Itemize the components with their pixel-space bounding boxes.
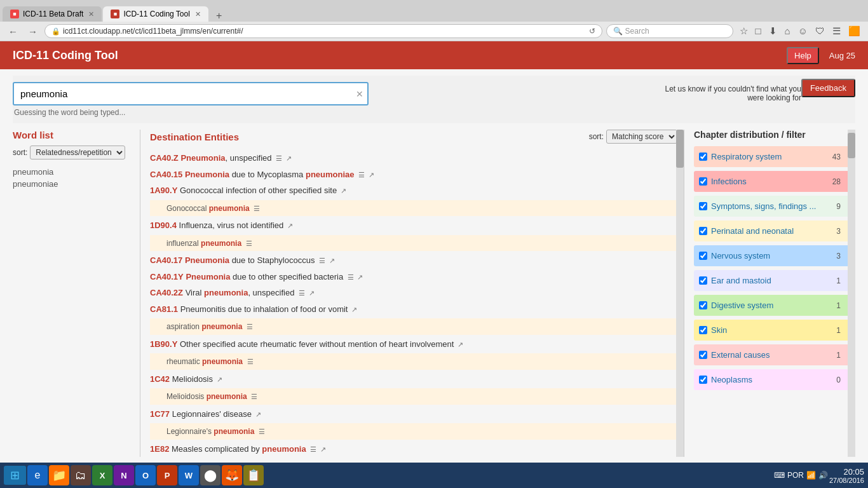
result-text[interactable]: Pneumonitis due to inhalation of food or… xyxy=(180,304,348,314)
chapter-checkbox-external[interactable] xyxy=(699,351,707,359)
list-icon[interactable]: ☰ xyxy=(251,393,257,400)
chapter-link-nervous[interactable]: Nervous system xyxy=(711,251,836,261)
chapter-checkbox-nervous[interactable] xyxy=(699,252,707,260)
external-link-icon[interactable]: ↗ xyxy=(287,222,293,229)
external-link-icon[interactable]: ↗ xyxy=(309,289,315,297)
chapter-checkbox-neoplasms[interactable] xyxy=(699,376,707,384)
result-code[interactable]: 1C77 xyxy=(150,409,170,419)
list-icon[interactable]: ☰ xyxy=(319,257,325,264)
word-item-pneumoniae[interactable]: pneumoniae xyxy=(13,178,133,190)
chapter-link-ear[interactable]: Ear and mastoid xyxy=(711,276,836,285)
external-link-icon[interactable]: ↗ xyxy=(351,306,357,313)
chapter-link-infections[interactable]: Infections xyxy=(711,177,832,186)
taskbar-folder-icon[interactable]: 🗂 xyxy=(71,465,91,481)
list-icon[interactable]: ☰ xyxy=(299,289,305,297)
taskbar-onenote-icon[interactable]: N xyxy=(114,465,134,481)
result-code[interactable]: 1A90.Y xyxy=(150,186,177,195)
result-text[interactable]: Pneumonia, unspecified xyxy=(180,153,271,163)
result-text[interactable]: Pneumonia due to Staphylococcus xyxy=(185,255,315,265)
external-link-icon[interactable]: ↗ xyxy=(341,187,346,194)
taskbar-outlook-icon[interactable]: O xyxy=(135,465,156,481)
search-input[interactable] xyxy=(13,82,369,105)
chapter-checkbox-ear[interactable] xyxy=(699,276,707,285)
download-icon[interactable]: ⬇ xyxy=(766,24,780,38)
list-icon[interactable]: ☰ xyxy=(348,273,354,281)
search-clear-button[interactable]: ✕ xyxy=(356,89,363,99)
chapter-scrollbar[interactable] xyxy=(848,130,855,457)
chapter-link-symptoms[interactable]: Symptoms, signs, findings ... xyxy=(711,201,836,211)
external-link-icon[interactable]: ↗ xyxy=(217,376,222,383)
result-code[interactable]: 1B90.Y xyxy=(150,339,177,349)
chapter-item-external[interactable]: External causes 1 xyxy=(699,348,850,362)
external-link-icon[interactable]: ↗ xyxy=(369,171,374,179)
chapter-link-perinatal[interactable]: Perinatal and neonatal xyxy=(711,226,836,236)
external-link-icon[interactable]: ↗ xyxy=(255,410,261,418)
external-link-icon[interactable]: ↗ xyxy=(329,257,335,264)
word-list-sort-select[interactable]: Relatedness/repetition Alphabetical xyxy=(30,146,125,159)
taskbar-fe-icon[interactable]: 📁 xyxy=(49,465,69,481)
taskbar-ppt-icon[interactable]: P xyxy=(157,465,177,481)
chapter-item-digestive[interactable]: Digestive system 1 xyxy=(699,299,850,312)
list-icon[interactable]: ☰ xyxy=(247,323,253,330)
result-code[interactable]: CA40.17 xyxy=(150,255,182,265)
result-text[interactable]: Gonococcal infection of other specified … xyxy=(180,186,337,195)
chapter-item-perinatal[interactable]: Perinatal and neonatal 3 xyxy=(699,224,850,238)
list-icon[interactable]: ☰ xyxy=(247,358,254,365)
chapter-item-respiratory[interactable]: Respiratory system 43 xyxy=(699,150,850,163)
taskbar-word-icon[interactable]: W xyxy=(179,465,199,481)
taskbar-chrome-icon[interactable]: ⬤ xyxy=(200,465,220,481)
help-button[interactable]: Help xyxy=(787,47,819,64)
taskbar-firefox-icon[interactable]: 🦊 xyxy=(222,465,242,481)
external-link-icon[interactable]: ↗ xyxy=(286,154,292,162)
chapter-checkbox-symptoms[interactable] xyxy=(699,202,707,210)
chapter-checkbox-infections[interactable] xyxy=(699,177,707,186)
result-code[interactable]: CA40.Z xyxy=(150,153,179,163)
refresh-icon[interactable]: ↺ xyxy=(589,27,595,36)
result-code[interactable]: 1D90.4 xyxy=(150,220,177,230)
scrollbar-thumb[interactable] xyxy=(676,130,684,168)
word-item-pneumonia[interactable]: pneumonia xyxy=(13,166,133,178)
face-icon[interactable]: ☺ xyxy=(796,24,810,38)
dest-sort-select[interactable]: Matching score Alphabetical Code xyxy=(606,130,677,144)
star-icon[interactable]: ☆ xyxy=(737,24,750,38)
result-text[interactable]: Pneumonia due to other specified bacteri… xyxy=(186,272,343,281)
list-icon[interactable]: ☰ xyxy=(254,205,260,212)
browser-tab-inactive[interactable]: ■ ICD-11 Beta Draft ✕ xyxy=(3,6,102,22)
external-link-icon[interactable]: ↗ xyxy=(458,341,463,348)
result-text[interactable]: Measles complicated by pneumonia xyxy=(172,444,306,454)
chapter-link-skin[interactable]: Skin xyxy=(711,325,836,335)
result-text[interactable]: Legionnaires' disease xyxy=(172,409,252,419)
start-button[interactable]: ⊞ xyxy=(4,466,26,481)
home-icon[interactable]: ⌂ xyxy=(782,24,793,38)
list-icon[interactable]: ☰ xyxy=(259,428,265,435)
bookmark-icon[interactable]: □ xyxy=(753,24,764,38)
result-code[interactable]: CA40.2Z xyxy=(150,288,183,297)
chapter-item-ear[interactable]: Ear and mastoid 1 xyxy=(699,274,850,287)
list-icon[interactable]: ☰ xyxy=(358,171,365,179)
tab-close-active[interactable]: ✕ xyxy=(195,10,201,18)
menu-icon[interactable]: ☰ xyxy=(830,24,843,38)
result-code[interactable]: CA40.15 xyxy=(150,170,182,179)
feedback-button[interactable]: Feedback xyxy=(801,79,855,97)
list-icon[interactable]: ☰ xyxy=(310,445,316,453)
result-text[interactable]: Melioidosis xyxy=(172,374,213,384)
result-text[interactable]: Pneumonia due to Mycoplasma pneumoniae xyxy=(185,170,355,179)
chapter-item-symptoms[interactable]: Symptoms, signs, findings ... 9 xyxy=(699,200,850,213)
new-tab-button[interactable]: + xyxy=(212,10,226,22)
result-code[interactable]: CA81.1 xyxy=(150,304,178,314)
back-button[interactable]: ← xyxy=(5,25,21,38)
external-link-icon[interactable]: ↗ xyxy=(357,273,363,281)
result-code[interactable]: 1C42 xyxy=(150,374,170,384)
result-code[interactable]: CA40.1Y xyxy=(150,272,184,281)
taskbar-excel-icon[interactable]: X xyxy=(92,465,112,481)
result-text[interactable]: Influenza, virus not identified xyxy=(179,220,284,230)
extension-icon[interactable]: 🟧 xyxy=(846,24,863,38)
tab-close-inactive[interactable]: ✕ xyxy=(88,10,94,18)
address-bar[interactable]: 🔒 icd11ct.cloudapp.net/ct/icd11beta_jlmm… xyxy=(44,24,602,38)
browser-tab-active[interactable]: ■ ICD-11 Coding Tool ✕ xyxy=(103,6,208,22)
result-text[interactable]: Viral pneumonia, unspecified xyxy=(186,288,295,297)
chapter-item-infections[interactable]: Infections 28 xyxy=(699,175,850,188)
list-icon[interactable]: ☰ xyxy=(276,154,282,162)
chapter-link-external[interactable]: External causes xyxy=(711,350,836,360)
chapter-link-neoplasms[interactable]: Neoplasms xyxy=(711,375,836,384)
